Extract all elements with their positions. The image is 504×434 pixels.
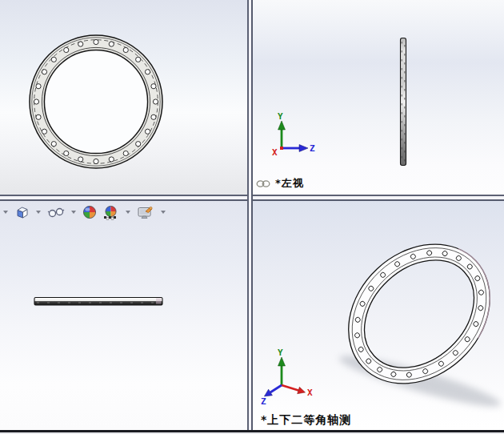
y-axis-arrow bbox=[278, 357, 286, 366]
viewport-splitter-vertical[interactable] bbox=[247, 0, 253, 430]
z-axis-label: Z bbox=[310, 143, 315, 154]
cube-icon bbox=[14, 205, 30, 220]
y-axis-label: Y bbox=[278, 112, 283, 122]
viewport-top[interactable] bbox=[0, 201, 247, 430]
link-icon bbox=[256, 179, 270, 189]
flange-top-view[interactable] bbox=[0, 201, 247, 430]
viewport-label-left-view: *左视 bbox=[256, 176, 304, 191]
viewport-front[interactable] bbox=[0, 0, 247, 195]
viewport-left[interactable]: Y X Z *左视 bbox=[253, 0, 504, 195]
flange-front-view[interactable] bbox=[0, 0, 247, 195]
apply-scene-button[interactable] bbox=[102, 204, 120, 221]
four-view-workspace: Y X Z *左视 bbox=[0, 0, 504, 434]
orientation-triad: Y X Z bbox=[261, 112, 349, 168]
glasses-icon bbox=[47, 206, 65, 219]
dropdown-caret-icon[interactable] bbox=[126, 211, 130, 214]
z-axis-label: Z bbox=[261, 396, 266, 407]
y-axis-arrow bbox=[278, 121, 286, 130]
y-axis-label: Y bbox=[278, 349, 283, 358]
display-style-button[interactable] bbox=[46, 205, 66, 219]
color-sphere-icon bbox=[82, 205, 97, 219]
dropdown-caret-icon[interactable] bbox=[71, 211, 76, 214]
viewport-label-isometric: *上下二等角轴测 bbox=[261, 413, 351, 428]
heads-up-toolbar bbox=[2, 203, 167, 222]
x-axis-toward-viewer bbox=[280, 147, 283, 150]
viewport-isometric[interactable]: Y X Z *上下二等角轴测 bbox=[253, 201, 504, 430]
dropdown-caret-icon[interactable] bbox=[3, 211, 8, 214]
edit-appearance-button[interactable] bbox=[82, 204, 98, 220]
dropdown-caret-icon[interactable] bbox=[36, 211, 41, 214]
dropdown-caret-icon[interactable] bbox=[161, 211, 166, 214]
view-name-text: *左视 bbox=[275, 176, 304, 191]
scene-sphere-icon bbox=[102, 205, 119, 220]
view-orientation-button[interactable] bbox=[14, 204, 30, 221]
checker-base bbox=[104, 216, 116, 220]
z-axis-arrow bbox=[299, 145, 308, 152]
x-axis-arrow bbox=[298, 387, 306, 393]
view-name-text: *上下二等角轴测 bbox=[261, 413, 351, 428]
x-axis-label: X bbox=[307, 388, 313, 398]
x-axis-label: X bbox=[272, 147, 278, 158]
orientation-triad-isometric: Y X Z bbox=[261, 349, 349, 413]
view-settings-button[interactable] bbox=[136, 204, 155, 221]
monitor-hand-icon bbox=[137, 205, 154, 220]
